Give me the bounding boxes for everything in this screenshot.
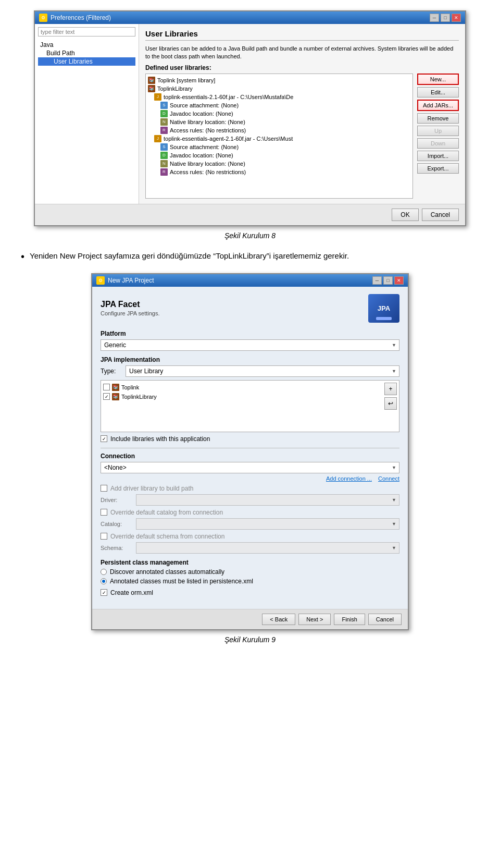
import-button[interactable]: Import... xyxy=(417,151,459,161)
tree-item-userlibs[interactable]: User Libraries xyxy=(38,57,135,66)
lib2-icon: 📚 xyxy=(112,384,119,391)
toplink-library-checkbox[interactable]: ✓ xyxy=(103,393,110,400)
library-list[interactable]: 📚 Toplink [system library] 📚 ToplinkLibr… xyxy=(145,74,413,199)
defined-label: Defined user libraries: xyxy=(145,64,459,71)
add-jars-button[interactable]: Add JARs... xyxy=(417,100,459,111)
list-item[interactable]: D Javadoc location: (None) xyxy=(148,109,410,118)
jpa-impl-label: JPA implementation xyxy=(101,356,399,363)
figure2-wrapper: ⚙ New JPA Project ─ □ ✕ JPA Facet Config… xyxy=(21,273,479,630)
lib2-add-button[interactable]: + xyxy=(384,383,397,395)
list-item[interactable]: R Access rules: (No restrictions) xyxy=(148,168,410,176)
maximize-button[interactable]: □ xyxy=(441,14,450,22)
lib-list2-buttons: + ↩ xyxy=(384,383,397,430)
connect-link[interactable]: Connect xyxy=(378,475,399,482)
figure1-wrapper: ⚙ Preferences (Filtered) ─ □ ✕ Java Buil… xyxy=(21,10,479,226)
list-item[interactable]: J toplink-essentials-2.1-60f.jar - C:\Us… xyxy=(148,93,410,101)
list-item[interactable]: 📚 Toplink [system library] xyxy=(148,76,410,84)
override-schema-row: Override default schema from connection xyxy=(101,533,399,540)
remove-button[interactable]: Remove xyxy=(417,113,459,124)
create-orm-label: Create orm.xml xyxy=(110,589,153,596)
new-button[interactable]: New... xyxy=(417,74,459,85)
filter-input[interactable] xyxy=(38,27,135,36)
driver-select xyxy=(136,494,399,506)
rules-icon: R xyxy=(160,127,168,134)
schema-select-wrapper xyxy=(136,542,399,554)
create-orm-checkbox[interactable]: ✓ xyxy=(101,589,107,596)
add-connection-link[interactable]: Add connection ... xyxy=(326,475,372,482)
lib-label: Native library location: (None) xyxy=(170,119,245,125)
catalog-label: Catalog: xyxy=(101,521,132,527)
jpa-maximize-button[interactable]: □ xyxy=(383,276,393,285)
jpa-close-button[interactable]: ✕ xyxy=(394,276,404,285)
up-button[interactable]: Up xyxy=(417,126,459,136)
back-button[interactable]: < Back xyxy=(262,614,295,625)
connection-select[interactable]: <None> xyxy=(101,462,399,473)
list-item[interactable]: R Access rules: (No restrictions) xyxy=(148,126,410,135)
catalog-select-wrapper xyxy=(136,518,399,530)
export-button[interactable]: Export... xyxy=(417,163,459,174)
cancel-button[interactable]: Cancel xyxy=(422,209,459,221)
lib-list2-item[interactable]: 📚 Toplink xyxy=(103,383,381,392)
radio-row-annotated[interactable]: Annotated classes must be listed in pers… xyxy=(101,578,399,585)
list-item[interactable]: D Javadoc location: (None) xyxy=(148,151,410,160)
create-orm-row[interactable]: ✓ Create orm.xml xyxy=(101,589,399,596)
lib2-remove-button[interactable]: ↩ xyxy=(384,397,397,410)
driver-input-label: Driver: xyxy=(101,497,132,503)
lib-label: Access rules: (No restrictions) xyxy=(170,169,246,175)
jpa-body: JPA Facet Configure JPA settings. JPA Pl… xyxy=(92,287,408,609)
type-select[interactable]: User Library xyxy=(126,365,399,377)
jpa-minimize-button[interactable]: ─ xyxy=(372,276,382,285)
doc-icon: D xyxy=(160,152,168,159)
jpa-facet-title: JPA Facet xyxy=(101,300,160,309)
list-item[interactable]: 📚 ToplinkLibrary xyxy=(148,84,410,93)
preferences-body: Java Build Path User Libraries User Libr… xyxy=(35,24,465,204)
library-list2[interactable]: 📚 Toplink ✓ 📚 ToplinkLibrary + ↩ xyxy=(101,380,399,432)
toplink-checkbox[interactable] xyxy=(103,384,110,390)
list-item[interactable]: S Source attachment: (None) xyxy=(148,143,410,151)
driver-input-row: Driver: xyxy=(101,494,399,506)
jpa-cancel-button[interactable]: Cancel xyxy=(368,614,402,625)
include-label: Include libraries with this application xyxy=(110,435,210,443)
src-icon: S xyxy=(160,102,168,109)
connection-select-wrapper: <None> xyxy=(101,462,399,473)
lib-label: toplink-essentials-agent-2.1-60f.jar - C… xyxy=(164,136,293,142)
schema-label: Schema: xyxy=(101,545,132,551)
list-item[interactable]: S Source attachment: (None) xyxy=(148,101,410,109)
platform-select-wrapper: Generic xyxy=(101,339,399,351)
jpa-title-block: JPA Facet Configure JPA settings. xyxy=(101,300,160,316)
driver-checkbox-row: Add driver library to build path xyxy=(101,485,399,492)
radio-row-discover[interactable]: Discover annotated classes automatically xyxy=(101,568,399,576)
override-schema-label: Override default schema from connection xyxy=(110,533,224,540)
lib-list2-item[interactable]: ✓ 📚 ToplinkLibrary xyxy=(103,392,381,401)
edit-button[interactable]: Edit... xyxy=(417,87,459,97)
minimize-button[interactable]: ─ xyxy=(430,14,439,22)
include-checkbox-row[interactable]: ✓ Include libraries with this applicatio… xyxy=(101,435,399,443)
list-item[interactable]: J toplink-essentials-agent-2.1-60f.jar -… xyxy=(148,135,410,143)
platform-select[interactable]: Generic xyxy=(101,339,399,351)
schema-row: Schema: xyxy=(101,542,399,554)
radio-discover[interactable] xyxy=(101,569,107,575)
list-item[interactable]: N Native library location: (None) xyxy=(148,160,410,168)
lib-label: Source attachment: (None) xyxy=(170,144,239,150)
finish-button[interactable]: Finish xyxy=(334,614,365,625)
radio-discover-label: Discover annotated classes automatically xyxy=(110,568,224,576)
tree-item-java[interactable]: Java xyxy=(38,41,135,49)
src-icon: S xyxy=(160,143,168,151)
list-item[interactable]: N Native library location: (None) xyxy=(148,118,410,126)
next-button[interactable]: Next > xyxy=(298,614,331,625)
include-checkbox[interactable]: ✓ xyxy=(101,435,107,442)
close-button[interactable]: ✕ xyxy=(452,14,461,22)
override-catalog-row: Override default catalog from connection xyxy=(101,509,399,516)
radio-annotated[interactable] xyxy=(101,578,107,584)
schema-select xyxy=(136,542,399,554)
down-button[interactable]: Down xyxy=(417,138,459,149)
lib-label: toplink-essentials-2.1-60f.jar - C:\User… xyxy=(164,94,293,100)
connection-label: Connection xyxy=(101,453,399,460)
rules-icon: R xyxy=(160,168,168,176)
lib-label: Javadoc location: (None) xyxy=(170,152,233,158)
ok-button[interactable]: OK xyxy=(392,209,418,221)
type-select-wrapper: User Library xyxy=(126,365,399,377)
tree-item-buildpath[interactable]: Build Path xyxy=(38,49,135,57)
jpa-titlebar: ⚙ New JPA Project ─ □ ✕ xyxy=(92,274,408,287)
right-panel: User Libraries User libraries can be add… xyxy=(139,24,465,204)
